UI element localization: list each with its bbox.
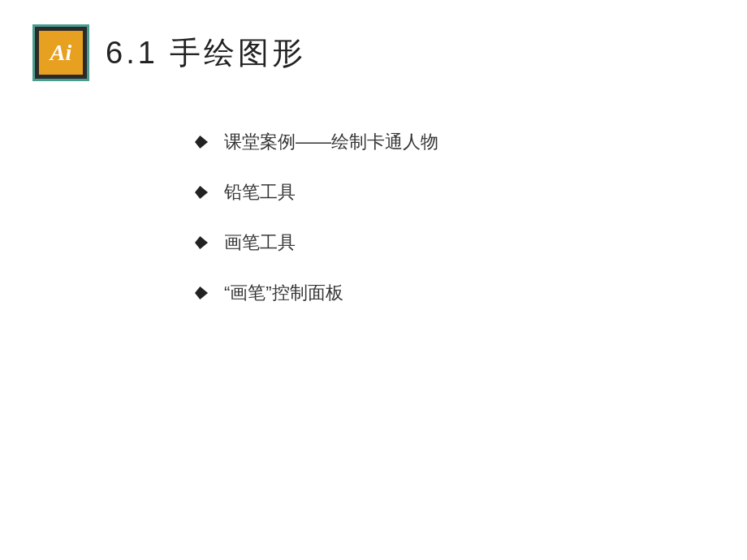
diamond-bullet-icon xyxy=(195,136,208,149)
diamond-bullet-icon xyxy=(195,236,208,249)
bullet-text: 铅笔工具 xyxy=(224,180,296,205)
list-item: 课堂案例——绘制卡通人物 xyxy=(195,130,715,154)
ai-logo: Ai xyxy=(32,24,89,81)
bullet-text: 画笔工具 xyxy=(224,230,296,255)
bullet-list: 课堂案例——绘制卡通人物铅笔工具画笔工具“画笔”控制面板 xyxy=(195,130,715,305)
main-content: 课堂案例——绘制卡通人物铅笔工具画笔工具“画笔”控制面板 xyxy=(195,130,715,305)
list-item: “画笔”控制面板 xyxy=(195,281,715,305)
page: Ai 6.1 手绘图形 课堂案例——绘制卡通人物铅笔工具画笔工具“画笔”控制面板 xyxy=(0,0,747,560)
diamond-bullet-icon xyxy=(195,186,208,199)
bullet-text: “画笔”控制面板 xyxy=(224,281,343,305)
list-item: 画笔工具 xyxy=(195,230,715,255)
bullet-text: 课堂案例——绘制卡通人物 xyxy=(224,130,438,154)
header: Ai 6.1 手绘图形 xyxy=(32,24,715,81)
ai-logo-text: Ai xyxy=(50,40,71,66)
page-title: 6.1 手绘图形 xyxy=(106,32,306,74)
diamond-bullet-icon xyxy=(195,286,208,299)
ai-logo-inner: Ai xyxy=(39,31,83,75)
list-item: 铅笔工具 xyxy=(195,180,715,205)
